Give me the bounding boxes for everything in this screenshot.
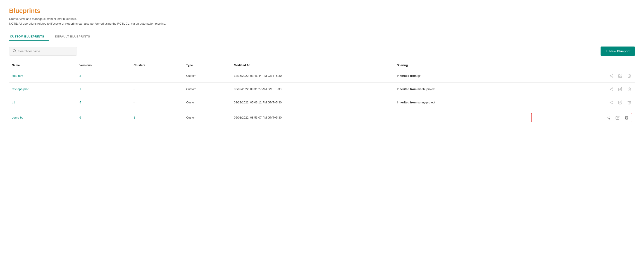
page-title: Blueprints [9, 7, 635, 14]
subtitle-line1: Create, view and manage custom cluster b… [9, 17, 635, 21]
blueprints-page: Blueprints Create, view and manage custo… [0, 0, 644, 266]
share-icon-button[interactable] [608, 86, 614, 92]
table-header: Name Versions Clusters Type Modified At … [9, 61, 635, 69]
share-svg [609, 101, 613, 105]
blueprint-type: Custom [184, 96, 231, 109]
col-type: Type [184, 61, 231, 69]
action-icons-group [531, 100, 632, 106]
share-svg [609, 74, 613, 78]
svg-line-16 [610, 103, 612, 103]
search-svg [12, 49, 16, 53]
table-row: test-opa-prof1-Custom08/02/2022, 09:31:2… [9, 82, 635, 96]
action-icons-group [531, 113, 632, 122]
edit-svg [618, 74, 622, 78]
toolbar: + New Blueprint [9, 46, 635, 56]
col-actions [528, 61, 635, 69]
sharing-label: Inherited from [397, 101, 418, 104]
svg-line-11 [610, 89, 612, 90]
share-icon-button[interactable] [606, 115, 612, 121]
action-icons-group [531, 73, 632, 79]
share-svg [609, 87, 613, 91]
edit-icon-button[interactable] [617, 73, 623, 79]
plus-icon: + [605, 49, 608, 53]
sharing-label: Inherited from [397, 74, 418, 77]
col-modified-at: Modified At [231, 61, 394, 69]
share-svg [606, 116, 610, 120]
svg-line-15 [610, 101, 612, 102]
edit-icon-button[interactable] [614, 115, 620, 121]
svg-line-6 [610, 76, 612, 77]
delete-icon-button[interactable] [626, 73, 632, 79]
blueprint-clusters: - [134, 87, 134, 91]
blueprint-modified-at: 03/22/2022, 05:03:12 PM GMT+5:30 [231, 96, 394, 109]
table-row: b15-Custom03/22/2022, 05:03:12 PM GMT+5:… [9, 96, 635, 109]
blueprint-versions[interactable]: 3 [80, 74, 81, 77]
blueprint-name-link[interactable]: b1 [12, 101, 15, 104]
svg-line-20 [608, 117, 609, 117]
blueprint-name-link[interactable]: test-opa-prof [12, 87, 28, 91]
blueprint-actions [528, 96, 635, 109]
blueprint-actions [528, 69, 635, 82]
col-versions: Versions [77, 61, 131, 69]
delete-icon-button[interactable] [624, 115, 630, 121]
table-body: final-nov3-Custom12/15/2022, 08:46:44 PM… [9, 69, 635, 126]
svg-line-21 [608, 118, 609, 119]
new-blueprint-label: New Blueprint [610, 49, 630, 53]
blueprint-type: Custom [184, 109, 231, 126]
search-icon [12, 49, 16, 53]
svg-line-5 [610, 75, 612, 75]
blueprint-sharing: Inherited from giri [394, 69, 528, 82]
col-clusters: Clusters [131, 61, 184, 69]
action-icons-group [531, 86, 632, 92]
col-sharing: Sharing [394, 61, 528, 69]
blueprint-modified-at: 08/02/2022, 09:31:27 AM GMT+5:30 [231, 82, 394, 96]
blueprints-table: Name Versions Clusters Type Modified At … [9, 61, 635, 126]
blueprint-versions[interactable]: 6 [80, 116, 81, 119]
blueprint-type: Custom [184, 69, 231, 82]
blueprint-clusters: - [134, 74, 134, 77]
delete-svg [624, 116, 628, 120]
delete-icon-button[interactable] [626, 86, 632, 92]
share-icon-button[interactable] [608, 73, 614, 79]
table-row: demo-bp61Custom05/01/2022, 08:53:07 PM G… [9, 109, 635, 126]
edit-icon-button[interactable] [617, 86, 623, 92]
search-box [9, 47, 77, 56]
blueprint-modified-at: 05/01/2022, 08:53:07 PM GMT+5:30 [231, 109, 394, 126]
page-subtitle: Create, view and manage custom cluster b… [9, 17, 635, 26]
new-blueprint-button[interactable]: + New Blueprint [600, 46, 635, 56]
delete-svg [627, 87, 631, 91]
svg-line-10 [610, 88, 612, 89]
edit-svg [616, 116, 620, 120]
blueprint-name-link[interactable]: final-nov [12, 74, 23, 77]
search-input[interactable] [18, 49, 74, 53]
delete-svg [627, 74, 631, 78]
blueprint-sharing: Inherited from madhuproject [394, 82, 528, 96]
tab-default-blueprints[interactable]: DEFAULT BLUEPRINTS [54, 32, 94, 41]
tab-bar: CUSTOM BLUEPRINTS DEFAULT BLUEPRINTS [9, 32, 635, 41]
delete-icon-button[interactable] [626, 100, 632, 106]
blueprint-versions[interactable]: 5 [80, 101, 81, 104]
blueprint-clusters: - [134, 101, 134, 104]
blueprint-versions[interactable]: 1 [80, 87, 81, 91]
delete-svg [627, 101, 631, 105]
edit-icon-button[interactable] [617, 100, 623, 106]
sharing-label: Inherited from [397, 87, 418, 91]
share-icon-button[interactable] [608, 100, 614, 106]
edit-svg [618, 101, 622, 105]
blueprint-name-link[interactable]: demo-bp [12, 116, 23, 119]
col-name: Name [9, 61, 77, 69]
sharing-value: giri [418, 74, 421, 77]
blueprint-actions [528, 82, 635, 96]
sharing-value: madhuproject [418, 87, 435, 91]
blueprint-actions [528, 109, 635, 126]
table-row: final-nov3-Custom12/15/2022, 08:46:44 PM… [9, 69, 635, 82]
edit-svg [618, 87, 622, 91]
tab-custom-blueprints[interactable]: CUSTOM BLUEPRINTS [9, 32, 49, 41]
blueprint-clusters[interactable]: 1 [134, 116, 135, 119]
sharing-value: sunny-project [418, 101, 435, 104]
blueprint-sharing: - [394, 109, 528, 126]
svg-line-1 [15, 51, 16, 52]
blueprint-sharing: Inherited from sunny-project [394, 96, 528, 109]
subtitle-line2: NOTE: All operations related to lifecycl… [9, 21, 635, 26]
blueprint-modified-at: 12/15/2022, 08:46:44 PM GMT+5:30 [231, 69, 394, 82]
